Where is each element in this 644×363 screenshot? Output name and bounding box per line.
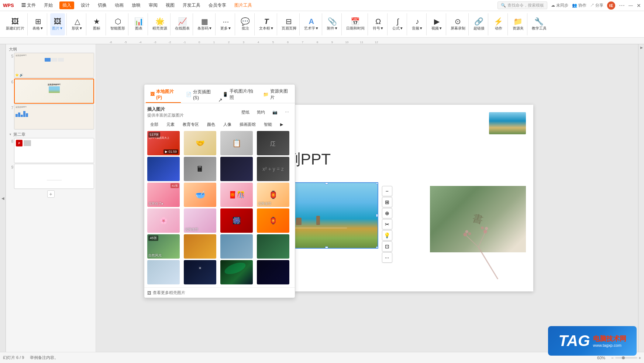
more-button[interactable]: ··· 更多▼ xyxy=(218,13,233,35)
textbox-button[interactable]: T 文本框▼ xyxy=(258,13,275,35)
right-sidebar-toggle[interactable]: ▶ xyxy=(640,46,643,49)
cat-element[interactable]: 元素 xyxy=(163,121,178,128)
img-cell-22[interactable] xyxy=(184,260,216,284)
slide-thumb-5[interactable]: 这里是举PPT ⭐ 🔊 xyxy=(14,53,94,78)
cat-illustration[interactable]: 插画面馆 xyxy=(237,121,259,128)
shape-button[interactable]: △ 形状▼ xyxy=(70,13,85,35)
resize-handle-bm[interactable] xyxy=(325,246,328,249)
cat-smart[interactable]: 智能 xyxy=(261,121,275,128)
smartart-button[interactable]: ⬡ 智能图形 xyxy=(109,13,127,35)
img-cell-18[interactable] xyxy=(184,234,216,259)
teachtools-button[interactable]: 🔧 教学工具 xyxy=(530,13,548,35)
menu-start[interactable]: 开始 xyxy=(42,1,54,9)
img-cell-24[interactable] xyxy=(257,260,289,284)
cat-more-arrow[interactable]: ▶ xyxy=(277,121,286,128)
tab-phone-image[interactable]: 📱 手机图片/拍照 xyxy=(218,86,258,103)
datetime-button[interactable]: 📅 日期和时间 xyxy=(345,13,366,35)
tool-crop[interactable]: ✂ xyxy=(382,219,392,229)
menu-show[interactable]: 放映 xyxy=(130,1,142,9)
resize-handle-tm[interactable] xyxy=(325,182,328,184)
img-cell-23[interactable] xyxy=(220,260,253,284)
slide-thumb-8[interactable]: P xyxy=(14,138,94,163)
tab-split-image[interactable]: 📄 分页插图(S) xyxy=(182,86,218,103)
cat-education[interactable]: 教育专区 xyxy=(180,121,202,128)
collaborate-btn[interactable]: 👥 协作 xyxy=(572,3,586,8)
img-cell-9[interactable]: 元宵住了▸ 41张 xyxy=(147,183,180,207)
zoom-slider[interactable] xyxy=(622,356,625,359)
cat-color[interactable]: 颜色 xyxy=(204,121,218,128)
icon-button[interactable]: ★ 图标 xyxy=(89,13,104,35)
add-slide-button[interactable]: + xyxy=(47,190,55,198)
filter-more[interactable]: ⋯ xyxy=(282,109,292,115)
audio-button[interactable]: ♪ 音频▼ xyxy=(410,13,425,35)
menu-dev[interactable]: 开发工具 xyxy=(181,1,202,9)
img-cell-2[interactable]: 🤝 xyxy=(184,131,216,155)
left-sidebar-toggle[interactable]: ◀ xyxy=(0,44,6,352)
img-cell-14[interactable]: 元宵佳节 xyxy=(184,208,216,233)
minimize-btn[interactable]: — xyxy=(628,3,633,8)
slide-thumb-6[interactable]: 这里是举例PPT xyxy=(14,79,94,104)
img-cell-1[interactable]: 妙用图片让PPT插图高大上 ▶ 01:59 117张 xyxy=(147,131,180,155)
img-cell-16[interactable]: 🏮 xyxy=(257,208,289,233)
screencast-button[interactable]: ⊙ 屏幕录制 xyxy=(449,13,467,35)
img-cell-21[interactable] xyxy=(147,260,180,284)
tool-zoom-out[interactable]: − xyxy=(382,186,392,196)
barcode-button[interactable]: ▦ 条形码▼ xyxy=(196,13,214,35)
action-button[interactable]: ⚡ 动作 xyxy=(491,13,506,35)
resize-handle-mr[interactable] xyxy=(376,214,378,217)
image-button[interactable]: 🖼 图片▼ xyxy=(50,13,65,35)
menu-transition[interactable]: 切换 xyxy=(96,1,108,9)
online-chart-button[interactable]: 📈 在线图表 xyxy=(173,13,191,35)
img-cell-3[interactable]: 📋 xyxy=(220,131,253,155)
tool-merge[interactable]: ⊡ xyxy=(382,241,392,252)
panel-footer[interactable]: 🖼 查看更多稻壳图片 xyxy=(144,287,295,298)
tool-layers[interactable]: ⊞ xyxy=(382,197,392,207)
hyperlink-button[interactable]: 🔗 超链接 xyxy=(472,13,486,35)
menu-insert[interactable]: 插入 xyxy=(59,1,74,9)
headerfooter-button[interactable]: ⊟ 页眉页脚 xyxy=(280,13,298,35)
tool-more[interactable]: ··· xyxy=(382,252,392,263)
img-cell-17[interactable]: 自然风光 45张 xyxy=(147,234,180,259)
slide-thumb-9[interactable] xyxy=(14,164,94,189)
more-menu-btn[interactable]: ⋯ xyxy=(619,2,625,9)
img-cell-19[interactable] xyxy=(220,234,253,259)
img-cell-12[interactable]: 元宵佳节 🏮 xyxy=(257,183,289,207)
img-cell-20[interactable] xyxy=(257,234,289,259)
cat-portrait[interactable]: 人像 xyxy=(220,121,234,128)
img-cell-11[interactable]: 🧧🎊 xyxy=(220,183,253,207)
menu-review[interactable]: 审阅 xyxy=(147,1,159,9)
filter-wallpaper[interactable]: 壁纸 xyxy=(238,109,252,116)
tool-zoom-in[interactable]: ⊕ xyxy=(382,208,392,218)
resize-handle-br[interactable] xyxy=(376,246,378,249)
menu-file[interactable]: ☰ 文件 xyxy=(20,1,37,9)
menu-animation[interactable]: 动画 xyxy=(113,1,125,9)
note-text[interactable]: 举例备注内容。 xyxy=(30,355,591,360)
filter-simple[interactable]: 简约 xyxy=(254,109,268,116)
img-cell-7[interactable] xyxy=(220,157,253,181)
zoom-in-icon[interactable]: + xyxy=(639,356,641,360)
arttext-button[interactable]: A 艺术字▼ xyxy=(303,13,320,35)
equation-button[interactable]: ∫ 公式▼ xyxy=(390,13,405,35)
shell-button[interactable]: 🌟 稻壳资源 xyxy=(151,13,169,35)
table-button[interactable]: ⊞ 表格▼ xyxy=(31,13,45,35)
img-cell-6[interactable]: 🖩 xyxy=(184,157,216,181)
zoom-out-icon[interactable]: − xyxy=(611,356,613,360)
menu-view[interactable]: 视图 xyxy=(164,1,176,9)
img-cell-10[interactable]: 🥣 xyxy=(184,183,216,207)
new-slide-button[interactable]: 🖼 新建幻灯片 xyxy=(4,13,26,35)
zoom-controls[interactable]: − + xyxy=(611,356,641,360)
tab-resource-image[interactable]: 📁 资源夹图片 xyxy=(259,86,293,103)
tool-beautify[interactable]: 💡 xyxy=(382,230,392,241)
img-cell-4[interactable]: ∫∑ xyxy=(257,131,289,155)
img-cell-8[interactable]: x² + y = z xyxy=(257,157,289,181)
attachment-button[interactable]: 📎 附件▼ xyxy=(325,13,340,35)
menu-picture-tools[interactable]: 图片工具 xyxy=(233,1,254,9)
resource-button[interactable]: 📁 资源夹 xyxy=(511,13,526,35)
user-avatar[interactable]: tE xyxy=(607,1,615,10)
sync-status[interactable]: ☁ 未同步 xyxy=(551,3,568,8)
slide-image-topright[interactable] xyxy=(489,112,526,134)
share-btn[interactable]: ↗ 分享 xyxy=(590,3,603,8)
chart-button[interactable]: 📊 图表 xyxy=(131,13,146,35)
video-button[interactable]: ▶ 视频▼ xyxy=(430,13,444,35)
comment-button[interactable]: 💬 批注 xyxy=(238,13,253,35)
